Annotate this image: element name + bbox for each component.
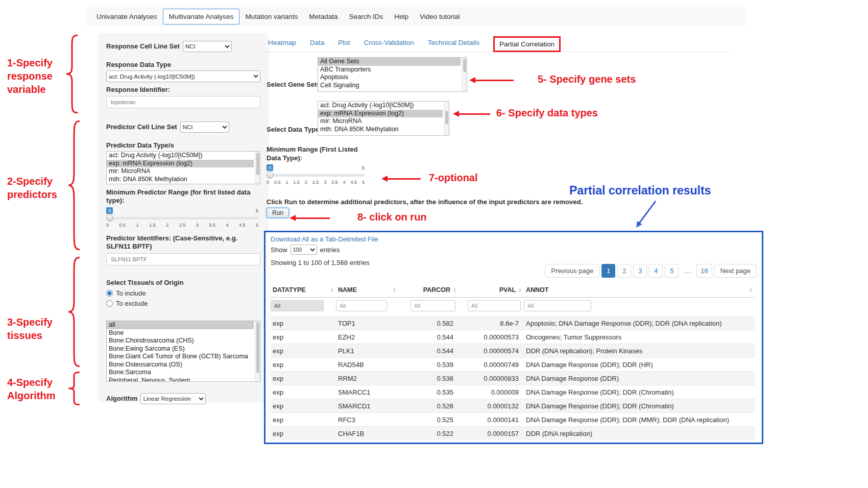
list-option[interactable]: Peripheral_Nervous_System <box>107 377 254 382</box>
tab-cross-validation[interactable]: Cross-Validation <box>364 39 414 46</box>
scrollbar[interactable] <box>255 152 260 184</box>
list-option[interactable]: all <box>107 321 254 329</box>
exclude-radio[interactable] <box>106 300 113 307</box>
list-option[interactable]: mir: MicroRNA <box>318 117 443 126</box>
table-row[interactable]: expRFC30.5250.0000141DNA Damage Response… <box>271 413 755 427</box>
pagination-page-1[interactable]: 1 <box>601 264 615 278</box>
list-option[interactable]: act: Drug Activity (-log10[IC50M]) <box>318 102 443 110</box>
list-option[interactable]: exp: mRNA Expression (log2) <box>318 110 443 118</box>
header-pval[interactable]: PVAL▲▼ <box>459 283 524 298</box>
tab-partial-correlation[interactable]: Partial Correlation <box>493 36 561 52</box>
sort-icon[interactable]: ▲▼ <box>453 287 456 293</box>
slider-tick-label: 2.5 <box>312 180 319 185</box>
nav-item-univariate-analyses[interactable]: Univariate Analyses <box>91 9 163 24</box>
nav-item-video-tutorial[interactable]: Video tutorial <box>414 9 466 24</box>
header-datatype[interactable]: DATATYPE▲▼ <box>271 283 336 298</box>
list-option[interactable]: All Gene Sets <box>318 58 461 66</box>
pagination-page-2[interactable]: 2 <box>617 264 631 278</box>
table-row[interactable]: expRAD54B0.5390.00000749DNA Damage Respo… <box>271 358 755 372</box>
cell-annot: Oncogenes; Tumor Suppressors <box>524 330 755 344</box>
table-row[interactable]: expCHAF1B0.5220.0000157DDR (DNA replicat… <box>271 427 755 441</box>
tab-plot[interactable]: Plot <box>338 39 350 46</box>
list-option[interactable]: exp: mRNA Expression (log2) <box>107 160 254 168</box>
table-row[interactable]: expSMARCD10.5260.0000132DNA Damage Respo… <box>271 399 755 413</box>
header-parcor[interactable]: PARCOR▲▼ <box>398 283 459 298</box>
slider-tick-label: 2 <box>305 180 307 185</box>
tissue-include-radio-row: To include <box>106 289 260 297</box>
nav-item-search-ids[interactable]: Search IDs <box>343 9 389 24</box>
tab-technical-details[interactable]: Technical Details <box>428 39 479 46</box>
next-page-button[interactable]: Next page <box>714 264 757 278</box>
table-row[interactable]: expRRM20.5360.00000833DNA Damage Respons… <box>271 372 755 385</box>
scrollbar[interactable] <box>255 321 260 381</box>
list-option[interactable]: Bone:Chondrosarcoma (CHS) <box>107 337 254 345</box>
list-option[interactable]: mir: MicroRNA <box>107 167 254 176</box>
list-option[interactable]: mth: DNA 850K Methylation <box>318 126 443 134</box>
results-annotation-title: Partial correlation results <box>569 184 711 198</box>
column-filter-pval[interactable] <box>468 300 521 311</box>
list-option[interactable]: Bone:Giant Cell Tumor of Bone (GCTB) Sar… <box>107 353 254 361</box>
list-option[interactable]: mth: DNA 850K Methylation <box>107 176 254 184</box>
column-filter-parcor[interactable] <box>411 300 455 311</box>
header-name[interactable]: NAME▲▼ <box>336 283 398 298</box>
slider-ticks: 00.511.522.533.544.55 <box>267 180 365 185</box>
predictor-identifiers-input[interactable] <box>106 253 260 265</box>
pagination-page-16[interactable]: 16 <box>696 264 712 278</box>
tab-heatmap[interactable]: Heatmap <box>268 39 296 46</box>
column-filter-datatype[interactable] <box>271 300 324 311</box>
table-row[interactable]: expPLK10.5440.00000574DDR (DNA replicati… <box>271 344 755 358</box>
algorithm-select[interactable]: Linear Regression <box>140 393 206 404</box>
table-row[interactable]: expTOP10.5828.6e-7Apoptosis; DNA Damage … <box>271 316 755 330</box>
list-option[interactable]: Bone <box>107 329 254 337</box>
cell-pval: 0.000009 <box>459 385 524 399</box>
table-row[interactable]: expSMARCC10.5350.000009DNA Damage Respon… <box>271 385 755 399</box>
slider-track[interactable] <box>267 174 365 177</box>
sort-icon[interactable]: ▲▼ <box>518 287 522 293</box>
list-option[interactable]: ABC Transporters <box>318 66 461 74</box>
scrollbar[interactable] <box>444 102 449 135</box>
response-identifier-input[interactable] <box>106 96 260 108</box>
cell-name: SMARCC1 <box>336 385 398 399</box>
sort-icon[interactable]: ▲▼ <box>393 287 396 293</box>
pagination-page-3[interactable]: 3 <box>633 264 647 278</box>
list-option[interactable]: Bone:Ewing Sarcoma (ES) <box>107 345 254 353</box>
column-filter-name[interactable] <box>336 300 387 311</box>
sort-icon[interactable]: ▲▼ <box>749 287 753 293</box>
slider-track[interactable] <box>106 217 258 219</box>
response-data-type-select[interactable]: act: Drug Activity (-log10[IC50M]) <box>106 70 260 82</box>
slider-tick-label: 4.5 <box>350 180 357 185</box>
nav-item-mutation-variants[interactable]: Mutation variants <box>239 9 303 24</box>
pagination-page-5[interactable]: 5 <box>665 264 679 278</box>
sort-icon[interactable]: ▲▼ <box>330 287 334 293</box>
run-button[interactable]: Run <box>267 208 289 218</box>
column-filter-annot[interactable] <box>524 300 591 311</box>
slider-handle[interactable] <box>106 214 113 222</box>
nav-item-metadata[interactable]: Metadata <box>303 9 343 24</box>
list-option[interactable]: Cell Signaling <box>318 82 461 90</box>
response-cell-line-set-select[interactable]: NCI <box>183 41 232 52</box>
pagination-page-4[interactable]: 4 <box>649 264 663 278</box>
slider-handle[interactable] <box>267 172 274 179</box>
cell-annot: DNA Damage Response (DDR); DDR (Chromati… <box>524 385 755 399</box>
scrollbar[interactable] <box>462 58 467 91</box>
list-option[interactable]: Bone:Osteosarcoma (OS) <box>107 361 254 369</box>
cell-datatype: exp <box>271 358 336 372</box>
nav-item-help[interactable]: Help <box>389 9 414 24</box>
slider-max-label: 5 <box>256 208 258 213</box>
include-radio[interactable] <box>106 290 113 297</box>
table-row[interactable]: expEZH20.5440.00000573Oncogenes; Tumor S… <box>271 330 755 344</box>
slider-tick-label: 4.5 <box>239 223 246 228</box>
pagination: Previous page 12345…16 Next page <box>543 264 757 278</box>
download-link[interactable]: Download All as a Tab-Delimited File <box>271 235 757 243</box>
list-option[interactable]: act: Drug Activity (-log10[IC50M]) <box>107 152 254 160</box>
header-annot[interactable]: ANNOT▲▼ <box>524 283 755 298</box>
list-option[interactable]: Apoptosis <box>318 74 461 82</box>
slider-tick-label: 3.5 <box>209 223 215 228</box>
predictor-cell-line-set-select[interactable]: NCI <box>180 121 229 133</box>
page-length-select[interactable]: 100 <box>291 245 317 255</box>
list-option[interactable]: Bone:Sarcoma <box>107 369 254 377</box>
nav-item-multivariate-analyses[interactable]: Multivariate Analyses <box>163 9 240 25</box>
previous-page-button[interactable]: Previous page <box>545 264 599 278</box>
predictor-data-types-label: Predictor Data Type/s <box>106 141 260 150</box>
tab-data[interactable]: Data <box>310 39 325 46</box>
